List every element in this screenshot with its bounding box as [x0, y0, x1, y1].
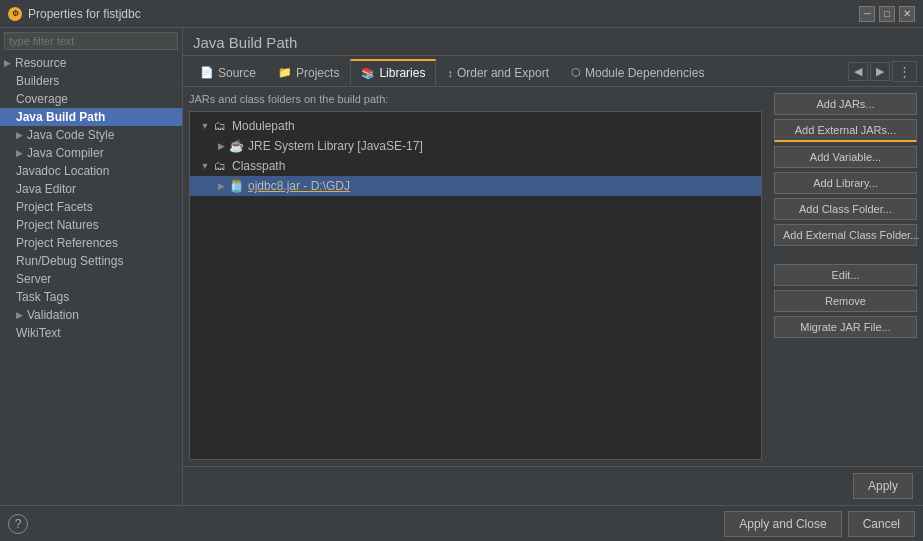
- sidebar-item-resource[interactable]: ▶Resource: [0, 54, 182, 72]
- tab-module-dependencies[interactable]: ⬡Module Dependencies: [560, 59, 715, 86]
- sidebar-item-label: Java Code Style: [27, 128, 114, 142]
- sidebar-item-builders[interactable]: Builders: [0, 72, 182, 90]
- add-external-class-folder-button[interactable]: Add External Class Folder...: [774, 224, 917, 246]
- sidebar-item-wikitext[interactable]: WikiText: [0, 324, 182, 342]
- add-variable-button[interactable]: Add Variable...: [774, 146, 917, 168]
- title-bar: ⚙ Properties for fistjdbc ─ □ ✕: [0, 0, 923, 28]
- tab-order-export[interactable]: ↕Order and Export: [436, 59, 560, 86]
- tab-projects[interactable]: 📁Projects: [267, 59, 350, 86]
- libraries-tab-icon: 📚: [361, 67, 375, 80]
- jar-icon: 🫙: [228, 178, 244, 194]
- sidebar-item-label: Coverage: [16, 92, 68, 106]
- panel-body: JARs and class folders on the build path…: [183, 87, 923, 466]
- nav-back-button[interactable]: ◀: [848, 62, 868, 81]
- sidebar-item-label: WikiText: [16, 326, 61, 340]
- sidebar-item-label: Javadoc Location: [16, 164, 109, 178]
- add-library-button[interactable]: Add Library...: [774, 172, 917, 194]
- tree-area: JARs and class folders on the build path…: [183, 87, 768, 466]
- sidebar-item-run-debug-settings[interactable]: Run/Debug Settings: [0, 252, 182, 270]
- tree-description: JARs and class folders on the build path…: [189, 93, 762, 105]
- sidebar-filter-container: [0, 28, 182, 54]
- sidebar-item-validation[interactable]: ▶Validation: [0, 306, 182, 324]
- main-content: ▶ResourceBuildersCoverageJava Build Path…: [0, 28, 923, 505]
- panel-header: Java Build Path: [183, 28, 923, 56]
- tree-container[interactable]: ▼🗂Modulepath▶☕JRE System Library [JavaSE…: [189, 111, 762, 460]
- bottom-bar: Apply: [183, 466, 923, 505]
- sidebar-filter-input[interactable]: [4, 32, 178, 50]
- sidebar-list: ▶ResourceBuildersCoverageJava Build Path…: [0, 54, 182, 505]
- sidebar-item-project-facets[interactable]: Project Facets: [0, 198, 182, 216]
- sidebar-item-task-tags[interactable]: Task Tags: [0, 288, 182, 306]
- sidebar-item-server[interactable]: Server: [0, 270, 182, 288]
- more-options-button[interactable]: ⋮: [892, 61, 917, 82]
- sidebar-item-label: Project Facets: [16, 200, 93, 214]
- tab-label: Libraries: [379, 66, 425, 80]
- sidebar-item-label: Project Natures: [16, 218, 99, 232]
- tab-label: Projects: [296, 66, 339, 80]
- folder-icon: 🗂: [212, 158, 228, 174]
- tabs-bar: 📄Source📁Projects📚Libraries↕Order and Exp…: [183, 56, 923, 87]
- tabs-left: 📄Source📁Projects📚Libraries↕Order and Exp…: [189, 56, 715, 86]
- apply-button[interactable]: Apply: [853, 473, 913, 499]
- sidebar-item-java-compiler[interactable]: ▶Java Compiler: [0, 144, 182, 162]
- nav-forward-button[interactable]: ▶: [870, 62, 890, 81]
- expand-arrow-icon: ▶: [16, 148, 23, 158]
- maximize-button[interactable]: □: [879, 6, 895, 22]
- tab-source[interactable]: 📄Source: [189, 59, 267, 86]
- tree-node-classpath[interactable]: ▼🗂Classpath: [190, 156, 761, 176]
- help-button[interactable]: ?: [8, 514, 28, 534]
- tree-expand-icon: ▼: [198, 159, 212, 173]
- sidebar-item-project-references[interactable]: Project References: [0, 234, 182, 252]
- sidebar-item-label: Task Tags: [16, 290, 69, 304]
- migrate-jar-button[interactable]: Migrate JAR File...: [774, 316, 917, 338]
- tree-node-label: ojdbc8.jar - D:\GDJ: [248, 179, 350, 193]
- tree-node-ojdbc8[interactable]: ▶🫙ojdbc8.jar - D:\GDJ: [190, 176, 761, 196]
- tree-node-label: Classpath: [232, 159, 285, 173]
- add-external-jars-button[interactable]: Add External JARs...: [774, 119, 917, 142]
- sidebar-item-coverage[interactable]: Coverage: [0, 90, 182, 108]
- title-bar-icon: ⚙: [8, 7, 22, 21]
- tab-label: Module Dependencies: [585, 66, 704, 80]
- minimize-button[interactable]: ─: [859, 6, 875, 22]
- module-dependencies-tab-icon: ⬡: [571, 66, 581, 79]
- title-bar-text: Properties for fistjdbc: [28, 7, 141, 21]
- sidebar-item-javadoc-location[interactable]: Javadoc Location: [0, 162, 182, 180]
- sidebar-item-project-natures[interactable]: Project Natures: [0, 216, 182, 234]
- tab-libraries[interactable]: 📚Libraries: [350, 59, 436, 86]
- tab-label: Source: [218, 66, 256, 80]
- sidebar: ▶ResourceBuildersCoverageJava Build Path…: [0, 28, 183, 505]
- tree-node-label: Modulepath: [232, 119, 295, 133]
- sidebar-item-label: Run/Debug Settings: [16, 254, 123, 268]
- panel-title: Java Build Path: [193, 34, 913, 51]
- title-bar-controls: ─ □ ✕: [859, 6, 915, 22]
- close-button[interactable]: ✕: [899, 6, 915, 22]
- sidebar-item-label: Server: [16, 272, 51, 286]
- tab-label: Order and Export: [457, 66, 549, 80]
- footer-right: Apply and Close Cancel: [724, 511, 915, 537]
- tree-expand-icon: ▼: [198, 119, 212, 133]
- tree-expand-icon: ▶: [214, 179, 228, 193]
- folder-icon: 🗂: [212, 118, 228, 134]
- source-tab-icon: 📄: [200, 66, 214, 79]
- sidebar-item-label: Validation: [27, 308, 79, 322]
- cancel-button[interactable]: Cancel: [848, 511, 915, 537]
- sidebar-item-label: Project References: [16, 236, 118, 250]
- add-jars-button[interactable]: Add JARs...: [774, 93, 917, 115]
- expand-arrow-icon: ▶: [16, 310, 23, 320]
- sidebar-item-label: Java Build Path: [16, 110, 105, 124]
- sidebar-item-label: Builders: [16, 74, 59, 88]
- sidebar-item-java-editor[interactable]: Java Editor: [0, 180, 182, 198]
- title-bar-left: ⚙ Properties for fistjdbc: [8, 7, 141, 21]
- footer-left: ?: [8, 514, 28, 534]
- tree-node-modulepath[interactable]: ▼🗂Modulepath: [190, 116, 761, 136]
- edit-button[interactable]: Edit...: [774, 264, 917, 286]
- tree-node-jre-system[interactable]: ▶☕JRE System Library [JavaSE-17]: [190, 136, 761, 156]
- add-class-folder-button[interactable]: Add Class Folder...: [774, 198, 917, 220]
- expand-arrow-icon: ▶: [4, 58, 11, 68]
- sidebar-item-java-build-path[interactable]: Java Build Path: [0, 108, 182, 126]
- dialog-wrapper: ⚙ Properties for fistjdbc ─ □ ✕ ▶Resourc…: [0, 0, 923, 541]
- remove-button[interactable]: Remove: [774, 290, 917, 312]
- apply-and-close-button[interactable]: Apply and Close: [724, 511, 841, 537]
- sidebar-item-java-code-style[interactable]: ▶Java Code Style: [0, 126, 182, 144]
- order-export-tab-icon: ↕: [447, 67, 453, 79]
